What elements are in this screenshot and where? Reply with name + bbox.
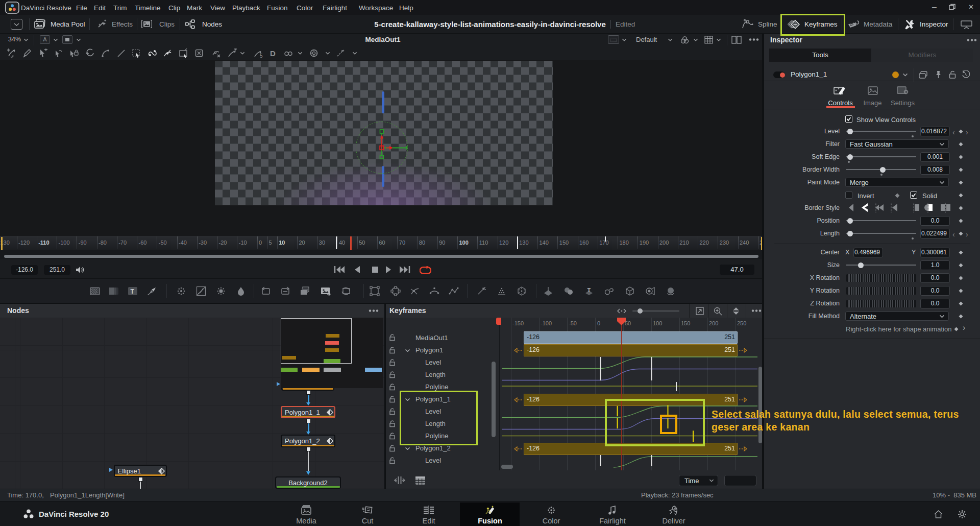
- svg-text:D: D: [270, 49, 276, 58]
- svg-text:T: T: [131, 288, 135, 295]
- svg-text:T: T: [587, 287, 591, 293]
- svg-text:5: 5: [260, 53, 263, 58]
